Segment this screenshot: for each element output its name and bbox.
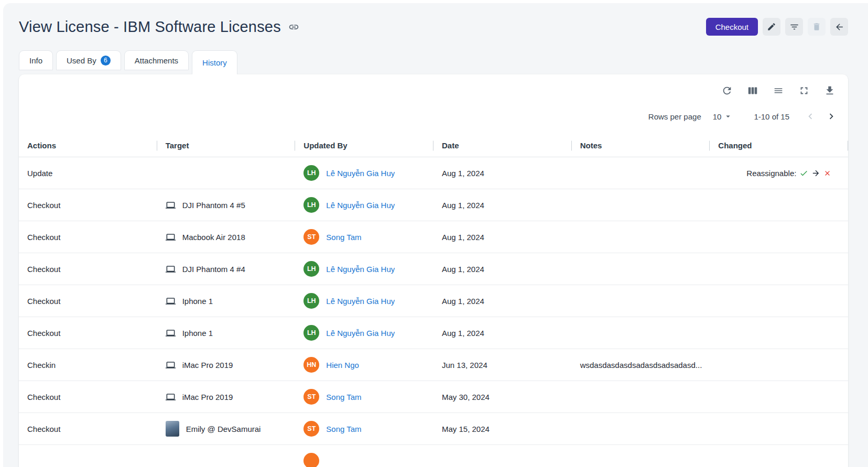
date-cell: Aug 1, 2024 xyxy=(433,233,572,242)
action-cell: Checkout xyxy=(19,425,157,433)
column-header-changed[interactable]: Changed xyxy=(710,134,848,157)
target-label: Iphone 1 xyxy=(182,329,213,338)
action-cell: Checkout xyxy=(19,265,157,274)
updated-by-cell: LHLê Nguyễn Gia Huy xyxy=(295,197,433,213)
check-icon xyxy=(799,169,808,178)
target-label: Iphone 1 xyxy=(182,297,213,306)
updated-by-link[interactable]: Lê Nguyễn Gia Huy xyxy=(326,265,395,274)
column-header-notes[interactable]: Notes xyxy=(572,134,710,157)
arrow-left-icon xyxy=(834,22,844,32)
page-title: View License - IBM Software Licenses xyxy=(19,18,281,36)
chevron-left-icon xyxy=(805,111,816,122)
arrow-right-icon xyxy=(811,169,820,178)
edit-button[interactable] xyxy=(763,18,780,36)
target-cell: iMac Pro 2019 xyxy=(157,392,296,402)
column-header-date[interactable]: Date xyxy=(433,134,572,157)
refresh-icon xyxy=(721,85,733,96)
rows-per-page-select[interactable]: 10 xyxy=(713,112,733,121)
tab-attachments[interactable]: Attachments xyxy=(124,50,189,70)
avatar xyxy=(303,453,319,467)
title-wrap: View License - IBM Software Licenses xyxy=(19,18,299,36)
target-cell: Macbook Air 2018 xyxy=(157,232,296,242)
target-label: iMac Pro 2019 xyxy=(182,393,233,401)
trash-icon xyxy=(812,22,821,31)
tab-history[interactable]: History xyxy=(192,50,237,74)
updated-by-cell: LHLê Nguyễn Gia Huy xyxy=(295,325,433,341)
table-row: UpdateLHLê Nguyễn Gia HuyAug 1, 2024Reas… xyxy=(19,157,848,189)
updated-by-link[interactable]: Song Tam xyxy=(326,425,361,433)
table-row: CheckoutIphone 1LHLê Nguyễn Gia HuyAug 1… xyxy=(19,317,848,349)
previous-page-button[interactable] xyxy=(803,109,818,124)
action-cell: Update xyxy=(19,169,157,178)
target-cell: Iphone 1 xyxy=(157,296,296,306)
target-label: Macbook Air 2018 xyxy=(182,233,245,242)
column-header-updated-by[interactable]: Updated By xyxy=(295,134,433,157)
target-label: DJI Phantom 4 #5 xyxy=(182,201,245,210)
filter-button[interactable] xyxy=(785,18,803,36)
avatar: ST xyxy=(303,421,319,437)
target-cell: Emily @ DevSamurai xyxy=(157,421,296,437)
updated-by-link[interactable]: Lê Nguyễn Gia Huy xyxy=(326,297,395,306)
updated-by-cell: LHLê Nguyễn Gia Huy xyxy=(295,293,433,309)
checkout-button[interactable]: Checkout xyxy=(706,18,758,36)
table-row xyxy=(19,445,848,467)
target-cell: DJI Phantom 4 #4 xyxy=(157,264,296,274)
column-header-actions[interactable]: Actions xyxy=(19,134,157,157)
tab-bar: InfoUsed By6AttachmentsHistory xyxy=(19,50,848,74)
table-body: UpdateLHLê Nguyễn Gia HuyAug 1, 2024Reas… xyxy=(19,157,848,467)
updated-by-link[interactable]: Hien Ngo xyxy=(326,361,359,370)
updated-by-link[interactable]: Song Tam xyxy=(326,233,361,242)
updated-by-cell: STSong Tam xyxy=(295,229,433,245)
columns-icon xyxy=(747,85,758,96)
page-header: View License - IBM Software Licenses Che… xyxy=(19,18,848,36)
updated-by-link[interactable]: Lê Nguyễn Gia Huy xyxy=(326,329,395,338)
refresh-button[interactable] xyxy=(721,85,733,96)
back-button[interactable] xyxy=(830,18,848,36)
tab-used-by[interactable]: Used By6 xyxy=(56,50,121,70)
used-by-count-badge: 6 xyxy=(101,56,111,66)
avatar: HN xyxy=(303,357,319,373)
table-row: CheckoutEmily @ DevSamuraiSTSong TamMay … xyxy=(19,413,848,445)
target-cell: DJI Phantom 4 #5 xyxy=(157,200,296,210)
updated-by-cell xyxy=(295,453,433,467)
table-row: CheckoutMacbook Air 2018STSong TamAug 1,… xyxy=(19,221,848,253)
target-label: Emily @ DevSamurai xyxy=(186,425,261,433)
permalink-icon[interactable] xyxy=(288,21,299,32)
updated-by-link[interactable]: Song Tam xyxy=(326,393,361,401)
next-page-button[interactable] xyxy=(824,109,839,124)
density-button[interactable] xyxy=(773,85,784,96)
laptop-icon xyxy=(166,200,176,210)
target-cell: Iphone 1 xyxy=(157,328,296,338)
date-cell: May 15, 2024 xyxy=(433,425,572,433)
avatar: LH xyxy=(303,261,319,277)
updated-by-link[interactable]: Lê Nguyễn Gia Huy xyxy=(326,201,395,210)
avatar: LH xyxy=(303,325,319,341)
target-cell: iMac Pro 2019 xyxy=(157,360,296,370)
pagination: Rows per page 10 1-10 of 15 xyxy=(19,96,848,124)
columns-button[interactable] xyxy=(747,85,758,96)
fullscreen-button[interactable] xyxy=(798,85,810,96)
app-content-area: View License - IBM Software Licenses Che… xyxy=(3,3,868,467)
tab-info[interactable]: Info xyxy=(19,50,53,70)
action-cell: Checkout xyxy=(19,233,157,242)
date-cell: Aug 1, 2024 xyxy=(433,329,572,338)
date-cell: Aug 1, 2024 xyxy=(433,201,572,210)
action-cell: Checkout xyxy=(19,201,157,210)
column-header-target[interactable]: Target xyxy=(157,134,296,157)
fullscreen-icon xyxy=(798,85,810,96)
history-table: ActionsTargetUpdated ByDateNotesChanged … xyxy=(19,134,848,467)
updated-by-link[interactable]: Lê Nguyễn Gia Huy xyxy=(326,169,395,178)
caret-down-icon xyxy=(723,112,733,121)
laptop-icon xyxy=(166,264,176,274)
avatar: LH xyxy=(303,165,319,181)
export-button[interactable] xyxy=(824,85,836,96)
laptop-icon xyxy=(166,392,176,402)
table-row: CheckoutIphone 1LHLê Nguyễn Gia HuyAug 1… xyxy=(19,285,848,317)
updated-by-cell: STSong Tam xyxy=(295,421,433,437)
table-row: CheckiniMac Pro 2019HNHien NgoJun 13, 20… xyxy=(19,349,848,381)
delete-button[interactable] xyxy=(808,18,826,36)
filter-icon xyxy=(789,22,799,32)
changed-cell: Reassignable: xyxy=(710,169,848,178)
action-cell: Checkout xyxy=(19,297,157,306)
action-cell: Checkin xyxy=(19,361,157,370)
